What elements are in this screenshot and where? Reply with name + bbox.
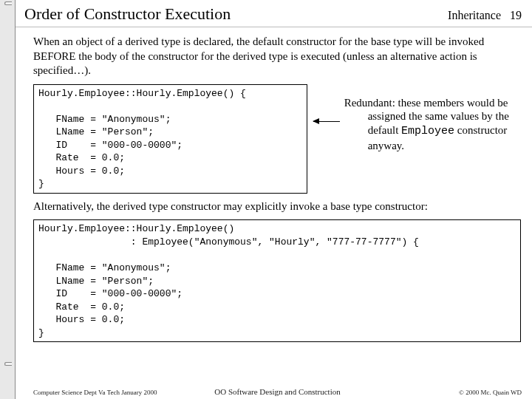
header-topic: Inheritance <box>448 9 501 22</box>
spiral-binding <box>4 0 15 399</box>
arrow-head-icon <box>313 118 319 124</box>
page-number: 19 <box>510 9 522 22</box>
page-title: Order of Constructor Execution <box>24 4 448 24</box>
code-block-2: Hourly.Employee::Hourly.Employee() : Emp… <box>33 219 521 342</box>
second-paragraph: Alternatively, the derived type construc… <box>33 200 522 214</box>
footer-left: Computer Science Dept Va Tech January 20… <box>33 389 196 396</box>
arrow <box>313 84 338 173</box>
code-row-1: Hourly.Employee::Hourly.Employee() { FNa… <box>33 84 522 194</box>
footer-right: © 2000 Mc. Quain WD <box>359 389 522 396</box>
slide-body: When an object of a derived type is decl… <box>16 27 532 342</box>
footer-center: OO Software Design and Construction <box>196 387 358 396</box>
code-block-1: Hourly.Employee::Hourly.Employee() { FNa… <box>33 84 307 194</box>
intro-paragraph: When an object of a derived type is decl… <box>33 35 522 78</box>
side-note: Redundant: these members would be assign… <box>368 84 522 153</box>
slide-footer: Computer Science Dept Va Tech January 20… <box>33 387 522 396</box>
side-note-mono: Employee <box>401 125 454 137</box>
slide-header: Order of Constructor Execution Inheritan… <box>16 0 532 27</box>
slide-page: Order of Constructor Execution Inheritan… <box>15 0 532 399</box>
